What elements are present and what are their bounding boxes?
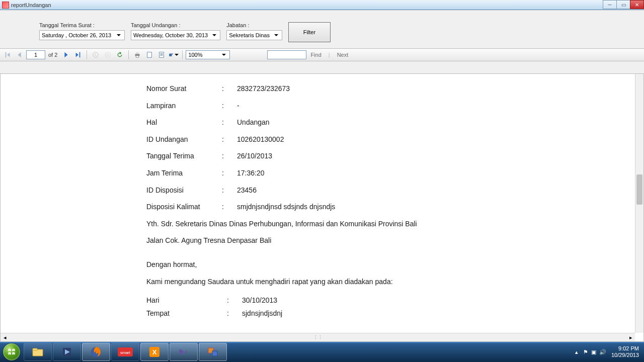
stop-button[interactable] (102, 49, 113, 60)
taskbar: smart X ▴ ⚑ ▣ 🔊 9:02 PM 10/29/2013 (0, 342, 644, 362)
report-content: Nomor Surat:2832723/232673Lampiran:-Hal:… (1, 74, 643, 331)
export-button[interactable] (168, 49, 179, 60)
horizontal-scrollbar[interactable]: ◂ ⋮⋮ ▸ (1, 333, 635, 341)
taskbar-clock[interactable]: 9:02 PM 10/29/2013 (611, 345, 639, 358)
report-field-value: 26/10/2013 (237, 151, 633, 161)
report-field-row: Disposisi Kalimat:smjdnjsndjnsd sdsjnds … (146, 202, 633, 212)
report-viewport: Nomor Surat:2832723/232673Lampiran:-Hal:… (0, 73, 644, 342)
report-field-row: Hal:Undangan (146, 118, 633, 128)
last-page-button[interactable] (72, 49, 84, 60)
report-field-label: ID Disposisi (146, 186, 222, 196)
report-salam: Dengan hormat, (146, 260, 633, 270)
svg-point-0 (93, 52, 99, 58)
filter-tanggal-terima: Tanggal Terima Surat : Saturday , Octobe… (39, 22, 125, 42)
svg-text:smart: smart (120, 350, 131, 355)
svg-rect-3 (136, 52, 139, 54)
window-titlebar: reportUndangan ─ ▭ ✕ (0, 0, 644, 10)
svg-rect-7 (160, 53, 163, 54)
report-detail-value: sjdnsjndjsdnj (242, 309, 633, 319)
taskbar-running-app[interactable] (199, 343, 227, 361)
scroll-right-icon[interactable]: ▸ (626, 333, 635, 342)
close-button[interactable]: ✕ (630, 0, 644, 9)
report-detail-label: Tempat (146, 309, 227, 319)
zoom-combobox[interactable]: 100% (186, 50, 230, 59)
taskbar-smart[interactable]: smart (111, 343, 139, 361)
taskbar-vs[interactable] (170, 343, 198, 361)
system-tray: ▴ ⚑ ▣ 🔊 9:02 PM 10/29/2013 (575, 345, 644, 358)
chevron-down-icon (273, 32, 280, 39)
report-field-value: smjdnjsndjnsd sdsjnds dnjsndjs (237, 202, 633, 212)
taskbar-firefox[interactable] (82, 343, 110, 361)
prev-page-button[interactable] (14, 49, 25, 60)
report-field-label: Nomor Surat (146, 84, 222, 94)
window-title: reportUndangan (11, 2, 51, 8)
report-yth: Yth. Sdr. Sekretaris Dinas Dinas Perhubu… (146, 219, 633, 229)
report-field-row: Tanggal Terima:26/10/2013 (146, 151, 633, 161)
refresh-button[interactable] (114, 49, 125, 60)
page-setup-button[interactable] (156, 49, 167, 60)
clock-date: 10/29/2013 (611, 352, 639, 358)
report-field-label: Disposisi Kalimat (146, 202, 222, 212)
report-field-row: Nomor Surat:2832723/232673 (146, 84, 633, 94)
report-field-label: Tanggal Terima (146, 151, 222, 161)
report-field-value: 17:36:20 (237, 168, 633, 178)
back-button[interactable] (90, 49, 101, 60)
label-tanggal-undangan: Tanggal Undangan : (131, 22, 220, 28)
volume-icon[interactable]: 🔊 (599, 349, 606, 355)
report-field-label: Hal (146, 118, 222, 128)
datepicker-tanggal-undangan[interactable]: Wednesday, October 30, 2013 (131, 30, 220, 40)
combobox-jabatan-value: Sekretaris Dinas (229, 32, 270, 38)
report-isi: Kami mengundang Saudara untuk menghadiri… (146, 277, 633, 287)
datepicker-tanggal-terima-value: Saturday , October 26, 2013 (42, 32, 111, 38)
combobox-jabatan[interactable]: Sekretaris Dinas (226, 30, 282, 40)
svg-rect-18 (212, 351, 217, 356)
report-field-value: 102620130002 (237, 135, 633, 145)
label-tanggal-terima: Tanggal Terima Surat : (39, 22, 125, 28)
page-total-label: of 2 (46, 52, 59, 58)
filter-jabatan: Jabatan : Sekretaris Dinas (226, 22, 282, 42)
zoom-value: 100% (188, 52, 202, 58)
print-button[interactable] (132, 49, 143, 60)
find-input[interactable] (267, 50, 306, 59)
tray-chevron-icon[interactable]: ▴ (575, 349, 578, 355)
taskbar-explorer[interactable] (24, 343, 52, 361)
report-toolbar: of 2 100% Find | Next (0, 48, 644, 61)
vertical-scrollbar[interactable] (635, 74, 643, 333)
svg-rect-5 (147, 52, 152, 58)
filter-button[interactable]: Filter (288, 22, 331, 42)
find-next-link[interactable]: Next (337, 52, 349, 58)
start-button[interactable] (0, 342, 23, 362)
report-field-label: Jam Terima (146, 168, 222, 178)
app-icon (2, 2, 9, 9)
minimize-button[interactable]: ─ (603, 0, 617, 9)
report-detail-value: 30/10/2013 (242, 296, 633, 306)
clock-time: 9:02 PM (611, 345, 639, 352)
report-field-value: Undangan (237, 118, 633, 128)
scroll-left-icon[interactable]: ◂ (1, 333, 9, 342)
filter-panel: Tanggal Terima Surat : Saturday , Octobe… (0, 10, 644, 48)
find-link[interactable]: Find (310, 52, 321, 58)
datepicker-tanggal-terima[interactable]: Saturday , October 26, 2013 (39, 30, 125, 40)
report-detail-row: Tempat:sjdnsjndjsdnj (146, 309, 633, 319)
windows-logo-icon (3, 343, 20, 360)
svg-rect-8 (160, 55, 163, 55)
tray-icons: ⚑ ▣ 🔊 (583, 349, 606, 355)
report-field-value: - (237, 101, 633, 111)
report-field-value: 23456 (237, 186, 633, 196)
datepicker-tanggal-undangan-value: Wednesday, October 30, 2013 (133, 32, 208, 38)
report-field-value: 2832723/232673 (237, 84, 633, 94)
next-page-button[interactable] (60, 49, 71, 60)
maximize-button[interactable]: ▭ (616, 0, 630, 9)
report-field-label: Lampiran (146, 101, 222, 111)
taskbar-xampp[interactable]: X (140, 343, 169, 361)
first-page-button[interactable] (2, 49, 13, 60)
taskbar-media[interactable] (53, 343, 81, 361)
report-field-label: ID Undangan (146, 135, 222, 145)
svg-text:X: X (152, 348, 157, 356)
print-layout-button[interactable] (144, 49, 155, 60)
chevron-down-icon (211, 32, 218, 39)
tray-app-icon[interactable]: ▣ (591, 349, 596, 355)
label-jabatan: Jabatan : (226, 22, 282, 28)
flag-icon[interactable]: ⚑ (583, 349, 588, 355)
page-number-input[interactable] (26, 50, 45, 59)
